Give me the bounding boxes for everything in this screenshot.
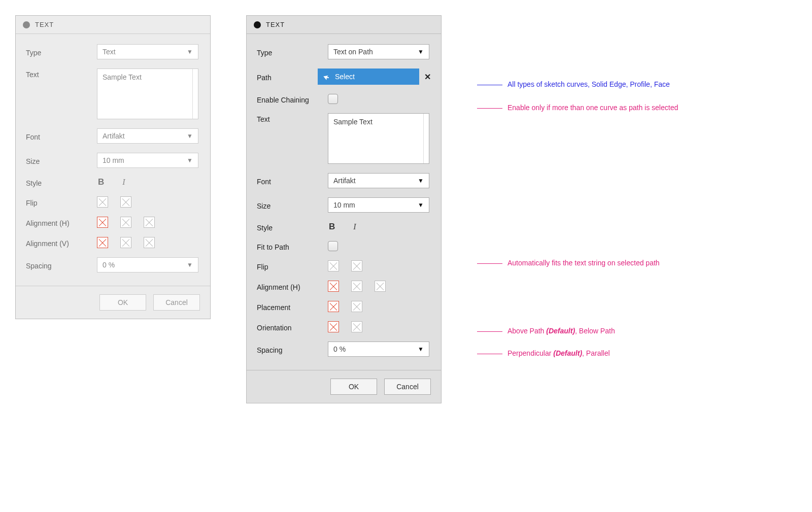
font-label: Font [257,176,328,186]
annotation-path: All types of sketch curves, Solid Edge, … [477,80,670,88]
alignh-label: Alignment (H) [26,217,97,227]
size-dropdown[interactable]: 10 mm ▼ [328,197,429,213]
spacing-label: Spacing [257,344,328,354]
type-value: Text on Path [333,48,373,56]
text-textarea[interactable]: Sample Text [328,113,429,164]
size-label: Size [257,200,328,210]
text-label: Text [26,69,97,79]
font-dropdown[interactable]: Artifakt ▼ [328,173,429,188]
ok-button[interactable]: OK [330,379,377,395]
placement-below-icon[interactable] [351,301,362,312]
chaining-label: Enable Chaining [257,94,328,104]
panel-title: TEXT [266,21,285,28]
caret-down-icon: ▼ [187,157,193,164]
spacing-value: 0 % [103,261,115,269]
spacing-dropdown[interactable]: 0 % ▼ [328,342,429,357]
header-dot-icon [23,21,30,28]
clear-selection-icon[interactable]: ✕ [424,72,431,82]
panel-header: TEXT [247,16,441,34]
font-value: Artifakt [103,132,125,140]
flip-label: Flip [257,261,328,271]
select-label: Select [335,73,355,81]
placement-label: Placement [257,301,328,312]
font-label: Font [26,131,97,141]
align-right-icon[interactable] [144,217,155,228]
align-right-icon[interactable] [375,281,386,292]
flip-horizontal-icon[interactable] [97,196,108,208]
text-label: Text [257,113,328,123]
flip-vertical-icon[interactable] [120,196,131,208]
placement-above-icon[interactable] [328,301,339,312]
type-label: Type [257,47,328,57]
bold-toggle[interactable]: B [329,222,335,232]
text-value: Sample Text [333,118,373,126]
italic-toggle[interactable]: I [353,222,356,231]
caret-down-icon: ▼ [418,346,424,353]
spacing-dropdown[interactable]: 0 % ▼ [97,257,198,272]
annotation-placement: Above Path (Default), Below Path [477,327,615,335]
text-panel-path: TEXT Type Text on Path ▼ Path Select [246,15,442,403]
caret-down-icon: ▼ [187,48,193,55]
orientation-label: Orientation [257,322,328,332]
size-dropdown[interactable]: 10 mm ▼ [97,153,198,168]
flip-horizontal-icon[interactable] [328,260,339,271]
fit-label: Fit to Path [257,241,328,251]
size-value: 10 mm [333,201,355,209]
style-label: Style [26,177,97,187]
annotation-fit: Automatically fits the text string on se… [477,259,660,267]
font-dropdown[interactable]: Artifakt ▼ [97,128,198,144]
cancel-button[interactable]: Cancel [153,294,200,311]
enable-chaining-checkbox[interactable] [328,94,338,104]
cancel-button[interactable]: Cancel [384,379,431,395]
fit-to-path-checkbox[interactable] [328,241,338,251]
size-value: 10 mm [103,156,124,164]
valign-middle-icon[interactable] [120,237,131,248]
annotation-chaining: Enable only if more than one curve as pa… [477,104,678,112]
type-dropdown[interactable]: Text ▼ [97,44,198,59]
caret-down-icon: ▼ [418,48,424,55]
size-label: Size [26,155,97,165]
valign-top-icon[interactable] [97,237,108,248]
spacing-label: Spacing [26,260,97,270]
font-value: Artifakt [333,177,356,185]
flip-label: Flip [26,197,97,207]
caret-down-icon: ▼ [418,177,424,184]
caret-down-icon: ▼ [187,261,193,268]
header-dot-icon [254,21,261,28]
text-panel-basic: TEXT Type Text ▼ Text Sample Text [15,15,211,319]
annotation-column: All types of sketch curves, Solid Edge, … [477,15,741,73]
alignh-label: Alignment (H) [257,281,328,291]
align-left-icon[interactable] [328,281,339,292]
italic-toggle[interactable]: I [122,178,125,187]
alignv-label: Alignment (V) [26,237,97,248]
align-left-icon[interactable] [97,217,108,228]
path-label: Path [257,72,318,82]
orientation-perpendicular-icon[interactable] [328,321,339,332]
text-value: Sample Text [103,73,142,81]
align-center-icon[interactable] [351,281,362,292]
type-label: Type [26,47,97,57]
caret-down-icon: ▼ [187,132,193,140]
valign-bottom-icon[interactable] [144,237,155,248]
align-center-icon[interactable] [120,217,131,228]
cursor-icon [323,73,331,81]
ok-button[interactable]: OK [99,294,146,311]
panel-header: TEXT [16,16,210,34]
orientation-parallel-icon[interactable] [351,321,362,332]
flip-vertical-icon[interactable] [351,260,362,271]
text-textarea[interactable]: Sample Text [97,69,198,119]
select-path-button[interactable]: Select [318,69,419,85]
type-value: Text [103,48,116,56]
caret-down-icon: ▼ [418,201,424,209]
spacing-value: 0 % [333,345,346,353]
style-label: Style [257,222,328,232]
bold-toggle[interactable]: B [98,177,104,187]
type-dropdown[interactable]: Text on Path ▼ [328,44,429,59]
panel-title: TEXT [35,21,54,28]
annotation-orientation: Perpendicular (Default), Parallel [477,349,610,357]
